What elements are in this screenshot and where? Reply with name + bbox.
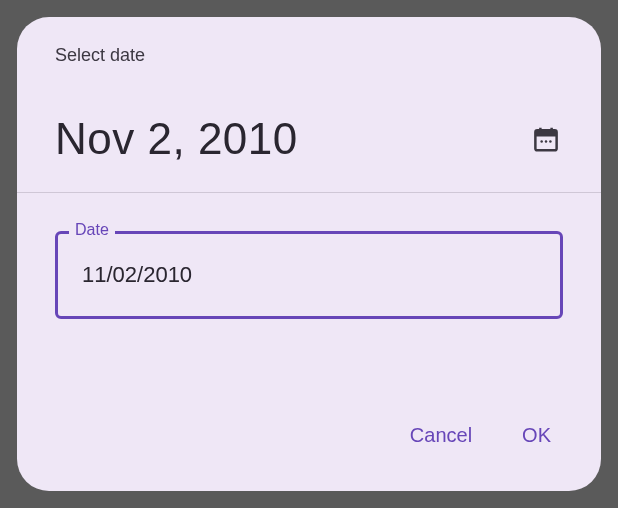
cancel-button[interactable]: Cancel bbox=[406, 416, 476, 455]
input-section: Date bbox=[17, 193, 601, 416]
svg-point-5 bbox=[545, 140, 548, 143]
svg-point-4 bbox=[540, 140, 543, 143]
date-picker-dialog: Select date Nov 2, 2010 Date Cancel bbox=[17, 17, 601, 491]
date-input-wrapper: Date bbox=[55, 231, 563, 319]
calendar-icon[interactable] bbox=[529, 122, 563, 156]
date-display-row: Nov 2, 2010 bbox=[55, 114, 563, 164]
ok-button[interactable]: OK bbox=[518, 416, 555, 455]
dialog-actions: Cancel OK bbox=[17, 416, 601, 491]
svg-rect-1 bbox=[535, 130, 556, 136]
selected-date-display: Nov 2, 2010 bbox=[55, 114, 298, 164]
date-input-label: Date bbox=[69, 221, 115, 239]
dialog-header: Select date Nov 2, 2010 bbox=[17, 17, 601, 193]
date-input[interactable] bbox=[55, 231, 563, 319]
dialog-title: Select date bbox=[55, 45, 563, 66]
svg-point-6 bbox=[549, 140, 552, 143]
